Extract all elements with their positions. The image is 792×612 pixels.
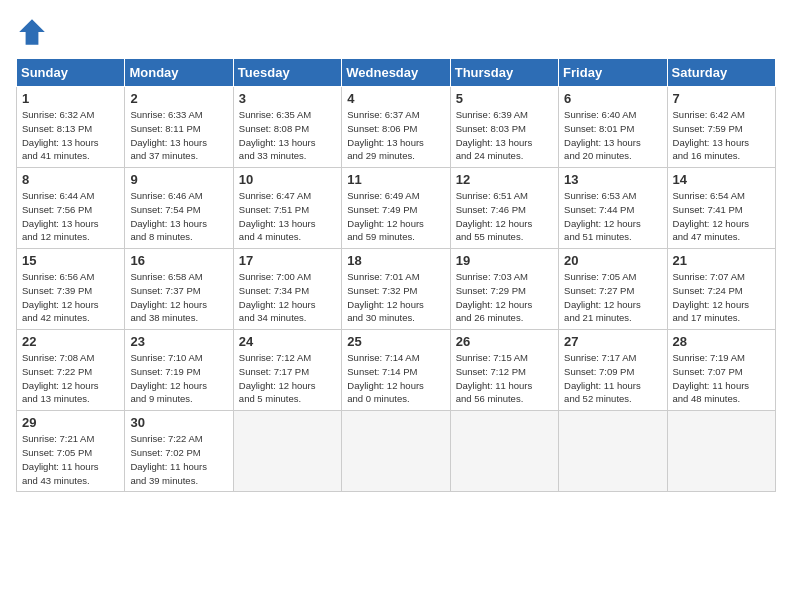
calendar-cell	[559, 411, 667, 492]
cell-text: Sunrise: 6:53 AMSunset: 7:44 PMDaylight:…	[564, 189, 661, 244]
calendar-cell: 17Sunrise: 7:00 AMSunset: 7:34 PMDayligh…	[233, 249, 341, 330]
cell-text: Sunrise: 6:40 AMSunset: 8:01 PMDaylight:…	[564, 108, 661, 163]
calendar-cell: 11Sunrise: 6:49 AMSunset: 7:49 PMDayligh…	[342, 168, 450, 249]
calendar-cell: 14Sunrise: 6:54 AMSunset: 7:41 PMDayligh…	[667, 168, 775, 249]
calendar-cell: 16Sunrise: 6:58 AMSunset: 7:37 PMDayligh…	[125, 249, 233, 330]
cell-text: Sunrise: 6:54 AMSunset: 7:41 PMDaylight:…	[673, 189, 770, 244]
calendar-cell	[450, 411, 558, 492]
cell-text: Sunrise: 6:49 AMSunset: 7:49 PMDaylight:…	[347, 189, 444, 244]
weekday-header: Friday	[559, 59, 667, 87]
day-number: 15	[22, 253, 119, 268]
day-number: 29	[22, 415, 119, 430]
page-header	[16, 16, 776, 48]
day-number: 14	[673, 172, 770, 187]
day-number: 18	[347, 253, 444, 268]
calendar-cell: 9Sunrise: 6:46 AMSunset: 7:54 PMDaylight…	[125, 168, 233, 249]
cell-text: Sunrise: 6:42 AMSunset: 7:59 PMDaylight:…	[673, 108, 770, 163]
calendar-cell: 21Sunrise: 7:07 AMSunset: 7:24 PMDayligh…	[667, 249, 775, 330]
day-number: 19	[456, 253, 553, 268]
day-number: 11	[347, 172, 444, 187]
day-number: 30	[130, 415, 227, 430]
calendar-cell: 4Sunrise: 6:37 AMSunset: 8:06 PMDaylight…	[342, 87, 450, 168]
calendar-cell: 22Sunrise: 7:08 AMSunset: 7:22 PMDayligh…	[17, 330, 125, 411]
day-number: 1	[22, 91, 119, 106]
logo-icon	[16, 16, 48, 48]
calendar-cell: 24Sunrise: 7:12 AMSunset: 7:17 PMDayligh…	[233, 330, 341, 411]
day-number: 13	[564, 172, 661, 187]
day-number: 20	[564, 253, 661, 268]
calendar-cell: 8Sunrise: 6:44 AMSunset: 7:56 PMDaylight…	[17, 168, 125, 249]
cell-text: Sunrise: 6:51 AMSunset: 7:46 PMDaylight:…	[456, 189, 553, 244]
calendar-cell: 23Sunrise: 7:10 AMSunset: 7:19 PMDayligh…	[125, 330, 233, 411]
day-number: 26	[456, 334, 553, 349]
cell-text: Sunrise: 6:37 AMSunset: 8:06 PMDaylight:…	[347, 108, 444, 163]
cell-text: Sunrise: 7:01 AMSunset: 7:32 PMDaylight:…	[347, 270, 444, 325]
calendar-cell: 30Sunrise: 7:22 AMSunset: 7:02 PMDayligh…	[125, 411, 233, 492]
calendar-cell: 6Sunrise: 6:40 AMSunset: 8:01 PMDaylight…	[559, 87, 667, 168]
cell-text: Sunrise: 7:22 AMSunset: 7:02 PMDaylight:…	[130, 432, 227, 487]
calendar-cell: 3Sunrise: 6:35 AMSunset: 8:08 PMDaylight…	[233, 87, 341, 168]
cell-text: Sunrise: 7:05 AMSunset: 7:27 PMDaylight:…	[564, 270, 661, 325]
day-number: 27	[564, 334, 661, 349]
cell-text: Sunrise: 6:46 AMSunset: 7:54 PMDaylight:…	[130, 189, 227, 244]
cell-text: Sunrise: 7:14 AMSunset: 7:14 PMDaylight:…	[347, 351, 444, 406]
cell-text: Sunrise: 7:10 AMSunset: 7:19 PMDaylight:…	[130, 351, 227, 406]
weekday-header: Monday	[125, 59, 233, 87]
cell-text: Sunrise: 7:08 AMSunset: 7:22 PMDaylight:…	[22, 351, 119, 406]
day-number: 22	[22, 334, 119, 349]
calendar-cell: 5Sunrise: 6:39 AMSunset: 8:03 PMDaylight…	[450, 87, 558, 168]
calendar-cell: 19Sunrise: 7:03 AMSunset: 7:29 PMDayligh…	[450, 249, 558, 330]
day-number: 25	[347, 334, 444, 349]
day-number: 17	[239, 253, 336, 268]
calendar-cell	[233, 411, 341, 492]
day-number: 3	[239, 91, 336, 106]
cell-text: Sunrise: 6:58 AMSunset: 7:37 PMDaylight:…	[130, 270, 227, 325]
calendar-cell: 25Sunrise: 7:14 AMSunset: 7:14 PMDayligh…	[342, 330, 450, 411]
calendar-cell	[342, 411, 450, 492]
cell-text: Sunrise: 7:15 AMSunset: 7:12 PMDaylight:…	[456, 351, 553, 406]
calendar-cell	[667, 411, 775, 492]
calendar-cell: 1Sunrise: 6:32 AMSunset: 8:13 PMDaylight…	[17, 87, 125, 168]
calendar-cell: 26Sunrise: 7:15 AMSunset: 7:12 PMDayligh…	[450, 330, 558, 411]
weekday-header: Tuesday	[233, 59, 341, 87]
calendar-cell: 18Sunrise: 7:01 AMSunset: 7:32 PMDayligh…	[342, 249, 450, 330]
calendar-cell: 29Sunrise: 7:21 AMSunset: 7:05 PMDayligh…	[17, 411, 125, 492]
day-number: 16	[130, 253, 227, 268]
cell-text: Sunrise: 7:03 AMSunset: 7:29 PMDaylight:…	[456, 270, 553, 325]
day-number: 8	[22, 172, 119, 187]
calendar-cell: 10Sunrise: 6:47 AMSunset: 7:51 PMDayligh…	[233, 168, 341, 249]
cell-text: Sunrise: 6:39 AMSunset: 8:03 PMDaylight:…	[456, 108, 553, 163]
cell-text: Sunrise: 7:21 AMSunset: 7:05 PMDaylight:…	[22, 432, 119, 487]
cell-text: Sunrise: 7:12 AMSunset: 7:17 PMDaylight:…	[239, 351, 336, 406]
calendar-cell: 15Sunrise: 6:56 AMSunset: 7:39 PMDayligh…	[17, 249, 125, 330]
calendar-cell: 13Sunrise: 6:53 AMSunset: 7:44 PMDayligh…	[559, 168, 667, 249]
calendar-cell: 28Sunrise: 7:19 AMSunset: 7:07 PMDayligh…	[667, 330, 775, 411]
cell-text: Sunrise: 6:33 AMSunset: 8:11 PMDaylight:…	[130, 108, 227, 163]
cell-text: Sunrise: 7:00 AMSunset: 7:34 PMDaylight:…	[239, 270, 336, 325]
calendar-cell: 7Sunrise: 6:42 AMSunset: 7:59 PMDaylight…	[667, 87, 775, 168]
day-number: 12	[456, 172, 553, 187]
day-number: 6	[564, 91, 661, 106]
weekday-header: Sunday	[17, 59, 125, 87]
day-number: 24	[239, 334, 336, 349]
weekday-header: Saturday	[667, 59, 775, 87]
day-number: 9	[130, 172, 227, 187]
cell-text: Sunrise: 6:44 AMSunset: 7:56 PMDaylight:…	[22, 189, 119, 244]
day-number: 10	[239, 172, 336, 187]
weekday-header: Wednesday	[342, 59, 450, 87]
calendar-cell: 20Sunrise: 7:05 AMSunset: 7:27 PMDayligh…	[559, 249, 667, 330]
cell-text: Sunrise: 6:47 AMSunset: 7:51 PMDaylight:…	[239, 189, 336, 244]
logo	[16, 16, 52, 48]
day-number: 4	[347, 91, 444, 106]
cell-text: Sunrise: 7:17 AMSunset: 7:09 PMDaylight:…	[564, 351, 661, 406]
calendar-cell: 12Sunrise: 6:51 AMSunset: 7:46 PMDayligh…	[450, 168, 558, 249]
weekday-header: Thursday	[450, 59, 558, 87]
calendar-cell: 2Sunrise: 6:33 AMSunset: 8:11 PMDaylight…	[125, 87, 233, 168]
day-number: 5	[456, 91, 553, 106]
cell-text: Sunrise: 7:19 AMSunset: 7:07 PMDaylight:…	[673, 351, 770, 406]
day-number: 7	[673, 91, 770, 106]
svg-marker-0	[19, 19, 45, 45]
cell-text: Sunrise: 7:07 AMSunset: 7:24 PMDaylight:…	[673, 270, 770, 325]
day-number: 21	[673, 253, 770, 268]
day-number: 28	[673, 334, 770, 349]
